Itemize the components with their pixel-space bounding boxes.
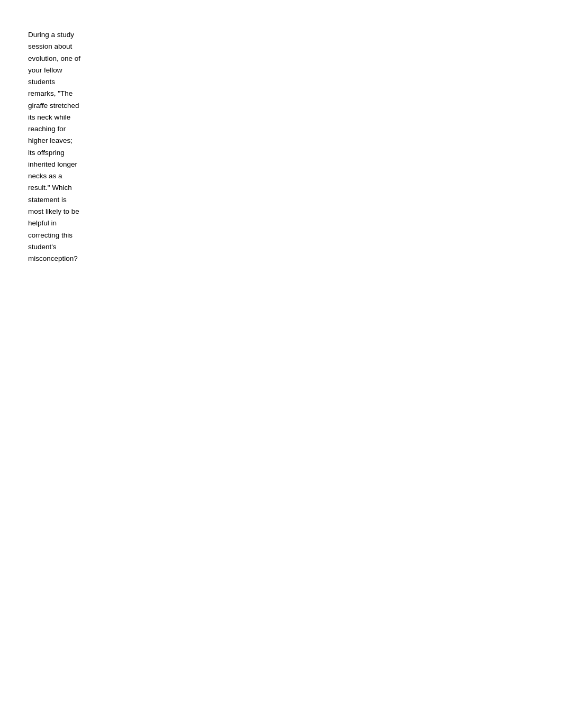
- question-text: During a study session about evolution, …: [28, 29, 81, 265]
- question-container: During a study session about evolution, …: [28, 29, 81, 265]
